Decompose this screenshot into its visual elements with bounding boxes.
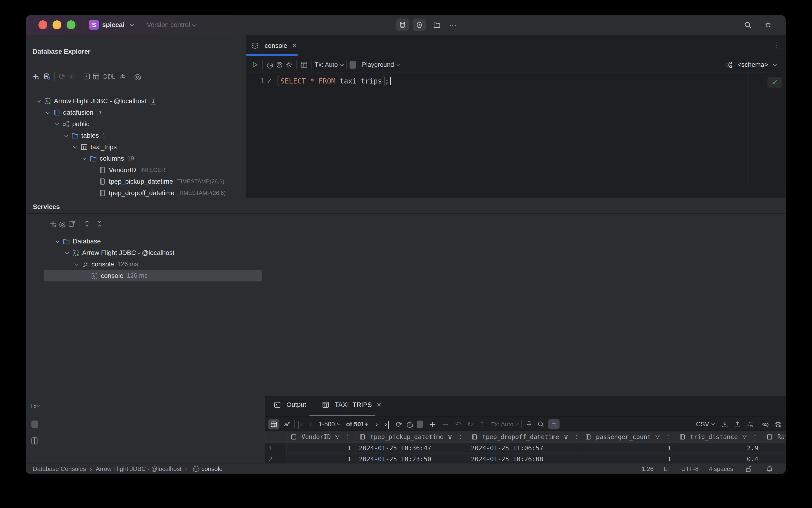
collapse-all-icon[interactable] <box>95 219 104 228</box>
console-settings-gear-icon[interactable] <box>284 60 294 70</box>
tab-output[interactable]: Output <box>272 400 306 409</box>
sort-icon[interactable] <box>573 434 580 440</box>
commit-icon[interactable]: ↑ <box>479 421 485 428</box>
tree-item-arrow-flight-jdbc-localhost[interactable]: Arrow Flight JDBC - @localhost1 <box>26 95 246 107</box>
submit-icon[interactable]: ↻ <box>467 421 473 428</box>
execution-plan-icon[interactable] <box>275 60 284 70</box>
tree-item-columns[interactable]: columns19 <box>26 153 246 164</box>
indent-style[interactable]: 4 spaces <box>709 465 733 473</box>
reload-page-icon[interactable]: ⟳ <box>396 420 403 428</box>
auto-refresh-icon[interactable]: ◷ <box>405 420 414 429</box>
chevron-down-icon[interactable] <box>35 97 42 104</box>
ddl-button[interactable]: DDL <box>103 73 115 80</box>
filter-panel-button[interactable] <box>548 419 559 429</box>
cell[interactable]: 2024-01-25 10:36:47 <box>355 443 467 454</box>
export-format-select[interactable]: CSV <box>696 421 714 428</box>
close-window-button[interactable] <box>38 20 47 29</box>
column-header-trip_distance[interactable]: trip_distance <box>675 431 762 442</box>
editor-line-1[interactable]: 1 ✓ SELECT * FROM taxi_trips ; <box>246 74 786 88</box>
line-separator[interactable]: LF <box>664 465 671 473</box>
previous-page-icon[interactable]: ‹ <box>309 421 312 428</box>
chevron-down-icon[interactable] <box>72 143 79 151</box>
encoding[interactable]: UTF-8 <box>681 465 698 473</box>
column-header-passenger_count[interactable]: passenger_count <box>581 431 675 442</box>
expand-all-icon[interactable] <box>82 219 92 228</box>
breadcrumb-item[interactable]: Arrow Flight JDBC - @localhost <box>96 465 181 473</box>
stop-button[interactable] <box>350 61 356 69</box>
next-page-icon[interactable]: › <box>375 421 378 428</box>
notifications-bell-icon[interactable] <box>766 465 774 473</box>
chevron-down-icon[interactable] <box>54 238 61 245</box>
sort-icon[interactable] <box>458 434 464 440</box>
page-size-select[interactable]: 1-500 <box>319 421 340 428</box>
in-editor-results-icon[interactable] <box>299 60 309 70</box>
close-tab-icon[interactable]: ✕ <box>292 43 297 49</box>
more-actions-icon[interactable]: ⋯ <box>449 21 457 29</box>
add-row-icon[interactable]: + <box>429 420 436 428</box>
search-everywhere-icon[interactable] <box>743 20 753 30</box>
sort-icon[interactable] <box>752 434 758 440</box>
revert-icon[interactable]: ↶ <box>455 421 461 428</box>
pin-tab-icon[interactable] <box>525 420 534 429</box>
edit-data-source-icon[interactable] <box>746 420 755 429</box>
cell[interactable]: 2024-01-25 11:06:57 <box>467 443 581 454</box>
grid-settings-gear-icon[interactable]: ⚙ <box>773 420 783 429</box>
cell[interactable]: 2.9 <box>675 443 762 454</box>
cell[interactable]: 1 <box>286 443 355 454</box>
column-header-tpep_dropoff_datetime[interactable]: tpep_dropoff_datetime <box>467 431 581 442</box>
tree-item-console[interactable]: console126 ms <box>44 270 262 282</box>
maximize-window-button[interactable] <box>66 20 76 29</box>
column-header-tpep_pickup_datetime[interactable]: tpep_pickup_datetime <box>355 431 467 442</box>
table-row[interactable]: 112024-01-25 10:36:472024-01-25 11:06:57… <box>265 443 786 454</box>
chevron-down-icon[interactable] <box>63 249 70 256</box>
add-datasource-button[interactable]: + <box>31 72 40 81</box>
find-icon[interactable] <box>536 420 545 429</box>
query-history-icon[interactable]: ◷ <box>265 60 275 70</box>
add-service-button[interactable]: + <box>48 219 58 228</box>
grid-tx-mode-select[interactable]: Tx: Auto <box>491 421 518 428</box>
filter-funnel-icon[interactable] <box>447 434 453 440</box>
tree-item-tables[interactable]: tables1 <box>26 130 246 141</box>
tab-taxi-trips[interactable]: TAXI_TRIPS ✕ <box>320 400 381 409</box>
editor-kebab-menu-icon[interactable]: ⋮ <box>773 42 780 49</box>
close-tab-icon[interactable]: ✕ <box>376 402 381 408</box>
view-as-table-button[interactable] <box>268 419 279 429</box>
chevron-down-icon[interactable] <box>81 155 88 162</box>
tree-item-tpep-pickup-datetime[interactable]: tpep_pickup_datetimeTIMESTAMP(26,6) <box>26 176 246 187</box>
project-widget[interactable]: S spiceai <box>89 20 134 30</box>
lock-open-icon[interactable] <box>745 465 753 473</box>
tree-item-arrow-flight-jdbc-localhost[interactable]: Arrow Flight JDBC - @localhost <box>44 247 265 258</box>
chevron-down-icon[interactable] <box>73 261 80 268</box>
inspections-widget[interactable]: ✓ <box>767 77 782 88</box>
export-download-icon[interactable] <box>720 420 729 429</box>
breadcrumb-item[interactable]: Database Consoles <box>33 465 86 473</box>
datasource-settings-icon[interactable] <box>42 72 52 81</box>
show-services-options-icon[interactable]: ◎ <box>58 219 67 228</box>
filter-funnel-icon[interactable] <box>741 434 748 440</box>
sort-icon[interactable] <box>665 434 671 440</box>
show-options-icon[interactable]: ◎ <box>133 72 142 81</box>
layout-settings-icon[interactable] <box>30 436 39 446</box>
chevron-down-icon[interactable] <box>53 121 60 128</box>
last-page-icon[interactable]: ›| <box>384 421 390 428</box>
filter-funnel-icon[interactable] <box>562 434 569 440</box>
tx-guidance-icon[interactable]: Tx <box>30 403 39 410</box>
chevron-down-icon[interactable] <box>62 132 70 139</box>
tab-console[interactable]: console ✕ <box>250 41 297 50</box>
project-folder-icon[interactable] <box>432 20 442 30</box>
filter-funnel-icon[interactable] <box>334 434 341 440</box>
chevron-down-icon[interactable] <box>44 109 51 116</box>
playground-select[interactable]: Playground <box>362 61 400 69</box>
open-query-console-icon[interactable] <box>82 72 91 81</box>
tree-item-tpep-dropoff-datetime[interactable]: tpep_dropoff_datetimeTIMESTAMP(26,6) <box>26 187 246 198</box>
vcs-widget[interactable]: Version control <box>147 21 196 29</box>
import-export-icon[interactable] <box>118 72 127 81</box>
schema-select[interactable]: <schema> <box>723 57 776 72</box>
sort-icon[interactable] <box>345 434 351 440</box>
minimize-window-button[interactable] <box>52 20 61 29</box>
stop-process-square-icon[interactable] <box>32 421 38 428</box>
open-in-new-tab-icon[interactable] <box>67 219 77 228</box>
first-page-icon[interactable]: |‹ <box>298 421 303 428</box>
column-header-vendorid[interactable]: VendorID <box>286 431 355 442</box>
filter-funnel-icon[interactable] <box>654 434 661 440</box>
